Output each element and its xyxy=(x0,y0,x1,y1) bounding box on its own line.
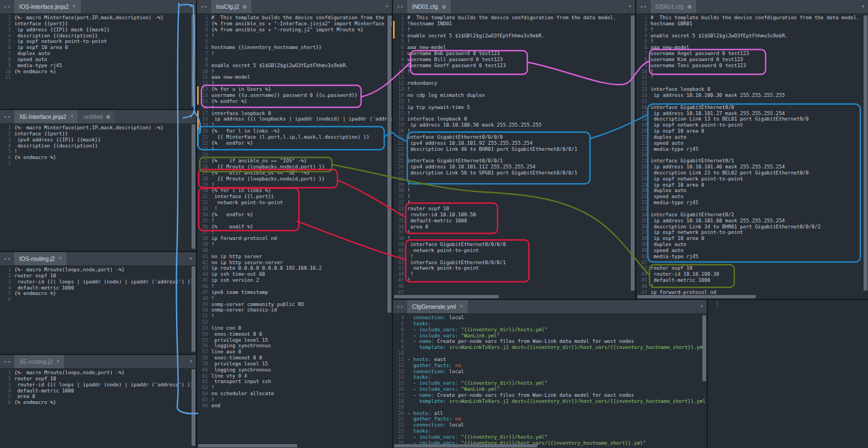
code-editor[interactable]: 1{%- macro Mroute(loops,node,port) -%}2r… xyxy=(0,368,196,448)
vertical-scrollbar[interactable] xyxy=(191,265,196,354)
scrollbar-thumb[interactable] xyxy=(192,369,195,446)
line-number: 22 xyxy=(393,422,404,428)
close-tab-icon[interactable]: × xyxy=(460,304,463,309)
prev-tab-icon[interactable]: ◀ xyxy=(4,359,6,364)
tab-history-arrows[interactable]: ◀▶ xyxy=(0,110,14,123)
scrollbar-thumb[interactable] xyxy=(631,15,635,291)
code-editor[interactable]: 1{%- macro Minterface(port,IP,mask,descr… xyxy=(0,123,196,251)
code-line: 5! xyxy=(393,39,635,45)
code-editor[interactable]: 1# This template builds the device confd… xyxy=(636,13,868,299)
prev-tab-icon[interactable]: ◀ xyxy=(4,114,6,119)
prev-tab-icon[interactable]: ◀ xyxy=(4,4,6,9)
horizontal-scrollbar[interactable] xyxy=(197,444,392,448)
tab-ios-interface.jinja2[interactable]: IOS-Interface.jinja2× xyxy=(14,0,81,13)
code-editor[interactable]: 1{%- macro Minterface(port,IP,mask,descr… xyxy=(0,13,196,109)
prev-tab-icon[interactable]: ◀ xyxy=(397,4,399,9)
code-editor[interactable]: 4 connection: local5 tasks:6 - include_v… xyxy=(393,313,707,448)
next-tab-icon[interactable]: ▶ xyxy=(401,4,403,9)
line-number: 8 xyxy=(393,338,404,345)
scrollbar-thumb[interactable] xyxy=(864,15,867,291)
horizontal-scrollbar[interactable] xyxy=(636,294,868,299)
tab-ind01.cfg[interactable]: IND01.cfg xyxy=(407,0,451,13)
scrollbar-thumb[interactable] xyxy=(192,14,195,107)
scrollbar-thumb[interactable] xyxy=(192,266,195,352)
tab-cfggenerate.yml[interactable]: CfgGenerate.yml× xyxy=(407,300,468,313)
vertical-scrollbar[interactable] xyxy=(702,313,707,448)
line-number: 4 xyxy=(0,143,11,149)
prev-tab-icon[interactable]: ◀ xyxy=(397,304,399,309)
line-number: 7 xyxy=(393,51,404,57)
next-tab-icon[interactable]: ▶ xyxy=(8,4,10,9)
vertical-scrollbar[interactable] xyxy=(863,13,868,299)
scrollbar-thumb[interactable] xyxy=(387,15,391,313)
horizontal-scrollbar[interactable] xyxy=(393,294,635,299)
overflow-menu-icon[interactable]: ▼ xyxy=(858,0,868,13)
tab-history-arrows[interactable]: ◀▶ xyxy=(393,0,407,13)
next-tab-icon[interactable]: ▶ xyxy=(8,256,10,261)
close-tab-icon[interactable]: × xyxy=(70,114,74,119)
line-number: 9 xyxy=(0,63,11,69)
next-tab-icon[interactable]: ▶ xyxy=(645,4,647,9)
scrollbar-thumb[interactable] xyxy=(702,315,706,381)
code-text: ! xyxy=(404,194,635,200)
next-tab-icon[interactable]: ▶ xyxy=(205,4,208,9)
code-line: 12redundancy xyxy=(393,80,635,86)
next-tab-icon[interactable]: ▶ xyxy=(8,359,10,364)
next-tab-icon[interactable]: ▶ xyxy=(401,304,403,309)
overflow-menu-icon[interactable]: ▼ xyxy=(697,300,707,313)
close-tab-icon[interactable]: × xyxy=(59,256,62,261)
scrollbar-thumb[interactable] xyxy=(637,295,756,298)
code-text: transport input ssh xyxy=(208,379,392,385)
tab-history-arrows[interactable]: ◀▶ xyxy=(0,0,14,13)
tab-history-arrows[interactable]: ◀▶ xyxy=(0,355,14,368)
tab-label: untitled xyxy=(84,113,102,120)
tab-history-arrows[interactable]: ◀▶ xyxy=(197,0,211,13)
prev-tab-icon[interactable]: ◀ xyxy=(201,4,203,9)
prev-tab-icon[interactable]: ◀ xyxy=(640,4,642,9)
scrollbar-thumb[interactable] xyxy=(394,444,537,447)
tab-history-arrows[interactable]: ◀▶ xyxy=(636,0,651,13)
close-tab-icon[interactable]: × xyxy=(73,4,76,9)
tab-ioscfg.j2[interactable]: IosCfg.j2 xyxy=(211,0,252,13)
tab-untitled[interactable]: untitled xyxy=(79,110,116,123)
code-line: 31! xyxy=(393,194,635,200)
line-number: 44 xyxy=(197,271,208,277)
code-text: ! xyxy=(404,200,635,206)
vertical-scrollbar[interactable] xyxy=(191,13,196,109)
line-number: 1 xyxy=(636,15,647,21)
code-text: enable secret 5 $1$GBl2$gi2wO3fEptFhhmv3… xyxy=(404,33,635,39)
scrollbar-thumb[interactable] xyxy=(198,444,297,447)
tab-xe-routing.j2[interactable]: XE-routing.j2× xyxy=(14,355,65,368)
prev-tab-icon[interactable]: ◀ xyxy=(4,256,6,261)
code-editor[interactable]: 1 xyxy=(708,300,868,448)
code-editor[interactable]: 1# This template builds the device confd… xyxy=(393,13,635,299)
tab-history-arrows[interactable]: ◀▶ xyxy=(393,300,407,313)
line-number: 20 xyxy=(393,128,404,134)
overflow-menu-icon[interactable]: ▼ xyxy=(186,0,196,13)
overflow-menu-icon[interactable]: ▼ xyxy=(625,0,635,13)
vertical-scrollbar[interactable] xyxy=(191,123,196,251)
horizontal-scrollbar[interactable] xyxy=(393,444,707,448)
close-tab-icon[interactable]: × xyxy=(57,359,60,364)
scrollbar-thumb[interactable] xyxy=(192,124,195,249)
code-editor[interactable]: 1{%- macro Mroute(loops,node,port) -%}2r… xyxy=(0,265,196,354)
tab-xe-interface.jinja2[interactable]: XE-Interface.jinja2× xyxy=(14,110,79,123)
line-number: 27 xyxy=(393,170,404,176)
code-editor[interactable]: 1# This template builds the device confd… xyxy=(197,13,392,448)
overflow-menu-icon[interactable]: ▼ xyxy=(382,0,392,13)
code-line: 33 xyxy=(636,206,868,212)
line-number: 39 xyxy=(636,242,647,248)
tab-ios-routing.j2[interactable]: IOS-routing.j2× xyxy=(14,252,68,265)
tab-history-arrows[interactable]: ◀▶ xyxy=(0,252,14,265)
overflow-menu-icon[interactable]: ▼ xyxy=(186,252,196,265)
tab-gbr01.cfg[interactable]: GBR01.cfg xyxy=(651,0,697,13)
scrollbar-thumb[interactable] xyxy=(394,295,499,298)
overflow-menu-icon[interactable]: ▼ xyxy=(186,110,196,123)
line-number: 17 xyxy=(393,392,404,398)
vertical-scrollbar[interactable] xyxy=(191,368,196,448)
line-number: 1 xyxy=(197,15,208,21)
next-tab-icon[interactable]: ▶ xyxy=(8,114,10,119)
vertical-scrollbar[interactable] xyxy=(387,13,392,448)
overflow-menu-icon[interactable]: ▼ xyxy=(186,355,196,368)
vertical-scrollbar[interactable] xyxy=(630,13,635,299)
